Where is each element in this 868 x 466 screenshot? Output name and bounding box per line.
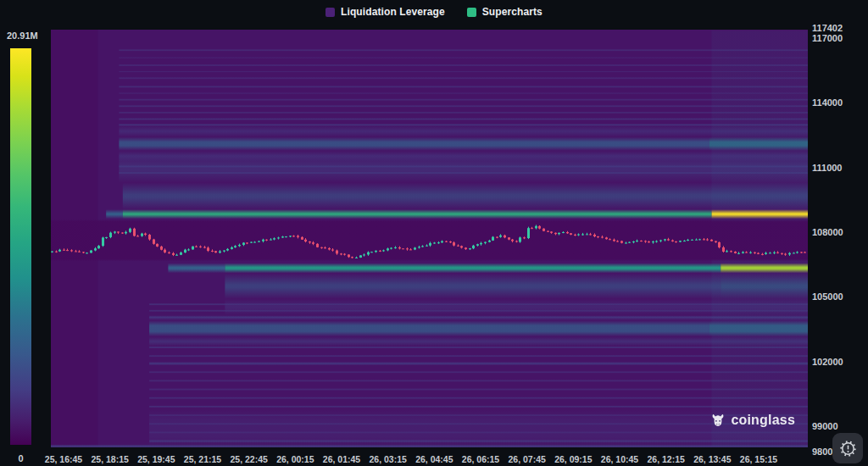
time-tick: 26, 09:15: [554, 454, 592, 464]
time-tick: 25, 19:45: [137, 454, 175, 464]
time-tick: 25, 16:45: [45, 454, 82, 464]
liquidation-heatmap-canvas[interactable]: [51, 30, 808, 447]
liquidation-color-scale: [10, 48, 31, 445]
price-tick: 102000: [812, 357, 843, 367]
time-tick: 25, 21:15: [184, 454, 221, 464]
price-tick: 114000: [812, 97, 843, 108]
time-tick: 26, 03:15: [369, 454, 406, 464]
price-tick: 105000: [812, 291, 843, 302]
price-tick: 117402: [812, 23, 843, 33]
time-tick: 26, 12:15: [647, 454, 684, 464]
price-tick: 108000: [812, 227, 843, 237]
gear-alert-icon: [839, 440, 857, 458]
time-tick: 25, 22:45: [230, 454, 267, 464]
legend-label: Supercharts: [482, 6, 542, 18]
time-tick: 25, 18:15: [91, 454, 128, 464]
time-tick: 26, 07:45: [508, 454, 545, 464]
chart-legend: Liquidation LeverageSupercharts: [0, 0, 868, 24]
time-tick: 26, 06:15: [462, 454, 499, 464]
colorbar-min-label: 0: [10, 453, 31, 463]
legend-swatch-supercharts: [467, 8, 476, 17]
legend-label: Liquidation Leverage: [341, 6, 445, 18]
price-tick: 99000: [812, 421, 838, 431]
colorbar-max-label: 20.91M: [7, 31, 38, 41]
legend-item-liquidation-leverage[interactable]: Liquidation Leverage: [326, 6, 445, 18]
settings-button[interactable]: [832, 433, 863, 463]
price-tick: 117000: [812, 33, 843, 43]
price-tick: 111000: [812, 163, 843, 173]
time-tick: 26, 04:45: [415, 454, 453, 464]
time-tick: 26, 15:15: [740, 454, 777, 464]
time-tick: 26, 01:45: [323, 454, 360, 464]
time-tick: 26, 13:45: [693, 454, 731, 464]
time-tick: 26, 00:15: [276, 454, 314, 464]
legend-swatch-liquidation-leverage: [326, 8, 335, 17]
time-tick: 26, 10:45: [601, 454, 638, 464]
legend-item-supercharts[interactable]: Supercharts: [467, 6, 542, 18]
